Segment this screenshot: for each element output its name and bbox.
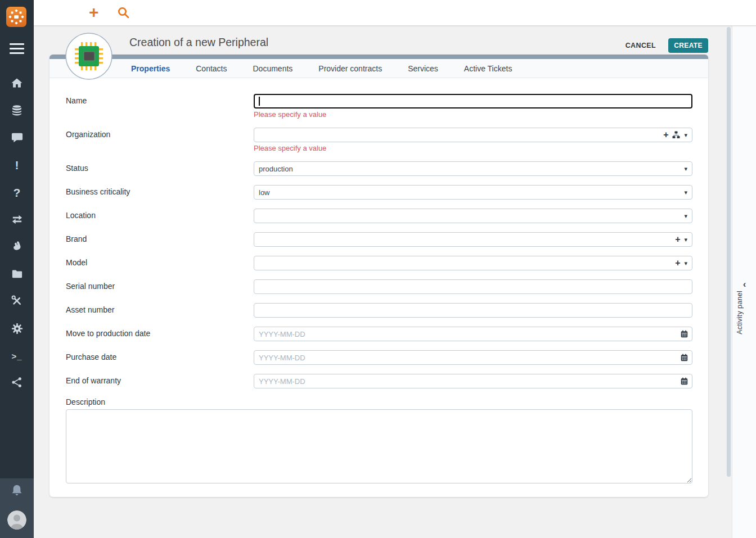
field-row-move-to-production-date: Move to production date [66, 327, 692, 341]
sidebar-item-problems[interactable]: ? [0, 185, 34, 200]
tab-contacts[interactable]: Contacts [196, 64, 227, 73]
dropdown-caret-icon[interactable]: ▾ [684, 237, 687, 243]
cancel-button[interactable]: CANCEL [622, 41, 659, 50]
field-label: Name [66, 94, 254, 119]
exchange-arrows-icon [11, 213, 24, 226]
move-to-production-date-input[interactable] [254, 327, 692, 341]
field-row-end-of-warranty: End of warranty [66, 374, 692, 388]
tools-icon [10, 294, 24, 308]
add-model-icon[interactable]: + [675, 259, 680, 268]
field-row-name: Name Please specify a value [66, 94, 692, 119]
card-top-strip [50, 55, 708, 59]
purchase-date-input[interactable] [254, 350, 692, 365]
sidebar: ! ? [0, 0, 34, 538]
top-bar: + [34, 0, 756, 26]
add-brand-icon[interactable]: + [675, 235, 680, 244]
exclamation-icon: ! [15, 159, 19, 171]
field-label: Asset number [66, 303, 254, 318]
calendar-icon[interactable] [681, 354, 688, 361]
tab-documents[interactable]: Documents [253, 64, 293, 73]
brand-combo[interactable]: + ▾ [254, 232, 692, 247]
description-textarea[interactable] [66, 409, 692, 483]
field-label: Status [66, 161, 254, 176]
field-row-location: Location ▾ [66, 209, 692, 223]
tab-properties[interactable]: Properties [131, 64, 170, 73]
serial-number-input[interactable] [254, 279, 692, 294]
field-label: Move to production date [66, 327, 254, 341]
business-criticality-value: low [254, 188, 684, 197]
field-row-business-criticality: Business criticality low ▾ [66, 185, 692, 200]
page-title: Creation of a new Peripheral [129, 36, 268, 49]
tab-active-tickets[interactable]: Active Tickets [464, 64, 512, 73]
search-icon[interactable] [117, 6, 130, 21]
menu-toggle-icon[interactable] [10, 43, 24, 54]
handshake-icon [10, 239, 24, 253]
itop-logo-icon[interactable] [6, 6, 27, 28]
share-graph-icon [11, 376, 23, 388]
new-object-icon[interactable]: + [89, 2, 99, 22]
notifications-bell-icon[interactable] [0, 483, 34, 499]
vertical-scrollbar[interactable] [727, 27, 731, 477]
field-row-brand: Brand + ▾ [66, 232, 692, 247]
sidebar-item-data-model[interactable] [0, 375, 34, 390]
calendar-icon[interactable] [681, 330, 688, 338]
status-value: production [254, 165, 684, 173]
field-error: Please specify a value [254, 144, 692, 152]
asset-number-input[interactable] [254, 303, 692, 318]
field-row-asset-number: Asset number [66, 303, 692, 318]
field-row-model: Model + ▾ [66, 256, 692, 270]
terminal-icon: >_ [11, 351, 22, 361]
sidebar-item-cmdb[interactable] [0, 103, 34, 117]
field-label: Purchase date [66, 350, 254, 365]
field-row-serial-number: Serial number [66, 279, 692, 294]
add-organization-icon[interactable]: + [663, 130, 668, 139]
field-row-organization: Organization + [66, 128, 692, 152]
sidebar-item-services[interactable] [0, 239, 34, 254]
sidebar-item-requests[interactable] [0, 130, 34, 144]
field-label: Organization [66, 128, 254, 152]
calendar-icon[interactable] [681, 377, 688, 385]
sidebar-item-changes[interactable] [0, 212, 34, 227]
tab-bar: Properties Contacts Documents Provider c… [50, 59, 708, 78]
text-caret [259, 97, 260, 106]
location-select[interactable]: ▾ [254, 209, 692, 223]
sidebar-item-console[interactable]: >_ [0, 349, 34, 363]
model-combo[interactable]: + ▾ [254, 256, 692, 270]
end-of-warranty-input[interactable] [254, 374, 692, 388]
field-label: Business criticality [66, 185, 254, 200]
gear-icon [11, 322, 24, 335]
status-select[interactable]: production ▾ [254, 161, 692, 176]
field-label: Brand [66, 232, 254, 247]
dropdown-caret-icon[interactable]: ▾ [684, 132, 687, 138]
field-label: Location [66, 209, 254, 223]
user-avatar[interactable] [7, 510, 26, 530]
sidebar-item-documents[interactable] [0, 266, 34, 281]
activity-panel-collapsed[interactable]: ‹ Activity panel [732, 25, 756, 538]
hierarchy-picker-icon[interactable] [672, 131, 680, 139]
field-row-status: Status production ▾ [66, 161, 692, 176]
dropdown-caret-icon: ▾ [684, 189, 687, 196]
header-actions: CANCEL CREATE [622, 38, 708, 53]
sidebar-item-configuration[interactable] [0, 321, 34, 336]
main-content: Creation of a new Peripheral CANCEL CREA… [34, 25, 727, 538]
properties-form: Name Please specify a value Organization [50, 78, 708, 486]
tab-services[interactable]: Services [408, 64, 438, 73]
field-label: Serial number [66, 279, 254, 294]
chevron-left-icon[interactable]: ‹ [732, 279, 756, 289]
dropdown-caret-icon: ▾ [684, 166, 687, 172]
create-button[interactable]: CREATE [668, 38, 708, 53]
name-input[interactable] [254, 94, 692, 108]
object-card: Properties Contacts Documents Provider c… [50, 55, 708, 497]
database-icon [10, 103, 24, 117]
folder-icon [11, 268, 24, 281]
organization-combo[interactable]: + ▾ [254, 128, 692, 142]
field-label: Model [66, 256, 254, 270]
sidebar-item-admin-tools[interactable] [0, 293, 34, 308]
dropdown-caret-icon[interactable]: ▾ [684, 260, 687, 266]
tab-provider-contracts[interactable]: Provider contracts [318, 64, 382, 73]
business-criticality-select[interactable]: low ▾ [254, 185, 692, 200]
field-error: Please specify a value [254, 110, 692, 119]
sidebar-item-home[interactable] [0, 76, 34, 91]
sidebar-item-incidents[interactable]: ! [0, 157, 34, 172]
dropdown-caret-icon: ▾ [684, 213, 687, 219]
